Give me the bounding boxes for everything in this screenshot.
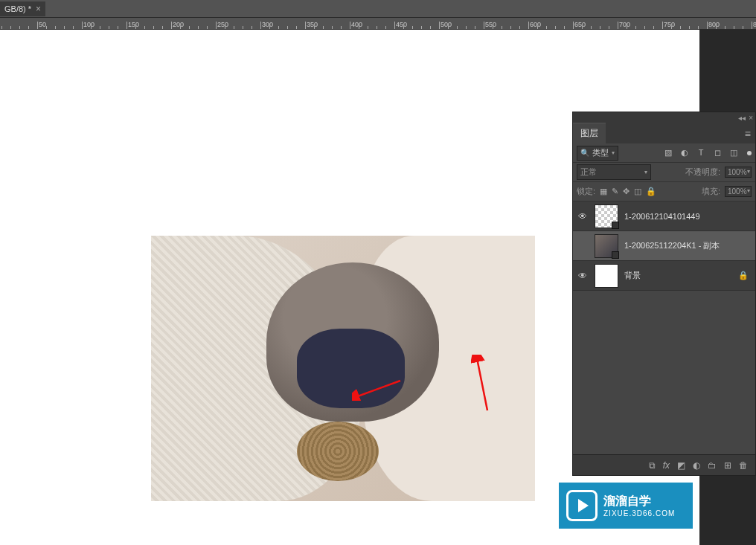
ruler-mark: 100 <box>83 21 94 28</box>
lock-transparent-icon[interactable]: ▦ <box>600 187 607 196</box>
chevron-down-icon: ▾ <box>747 168 750 176</box>
blend-row: 正常 ▾ 不透明度: 100%▾ <box>573 163 755 182</box>
ruler-mark: 750 <box>664 21 675 28</box>
lock-pixels-icon[interactable]: ✎ <box>612 187 618 196</box>
filter-icons: ▧ ◐ T ◻ ◫ <box>663 148 739 158</box>
layer-thumbnail <box>595 234 618 258</box>
layers-panel: ◂◂ × 图层 ≡ 🔍 类型 ▾ ▧ ◐ T ◻ ◫ 正常 ▾ 不透明度: 10… <box>572 112 756 476</box>
lock-row: 锁定: ▦ ✎ ✥ ◫ 🔒 填充: 100%▾ <box>573 182 755 201</box>
ruler-mark: 600 <box>530 21 541 28</box>
document-tab[interactable]: GB/8) * × <box>0 1 45 16</box>
image-layer <box>151 236 535 501</box>
opacity-label: 不透明度: <box>685 167 720 178</box>
panel-bottom-bar: ⧉ fx ◩ ◐ 🗀 ⊞ 🗑 <box>573 454 755 475</box>
ruler-mark: 150 <box>128 21 139 28</box>
filter-type-select[interactable]: 🔍 类型 ▾ <box>577 146 618 161</box>
lock-icons: ▦ ✎ ✥ ◫ 🔒 <box>600 187 656 196</box>
ruler-mark: 350 <box>307 21 318 28</box>
tab-layers[interactable]: 图层 <box>573 123 606 143</box>
tab-title: GB/8) * <box>4 4 31 13</box>
layer-name: 1-200612104101449 <box>624 212 752 221</box>
filter-toggle[interactable] <box>747 151 752 155</box>
layer-filter-row: 🔍 类型 ▾ ▧ ◐ T ◻ ◫ <box>573 143 755 163</box>
ruler-mark: 500 <box>441 21 452 28</box>
collapse-icon[interactable]: ◂◂ <box>738 114 746 122</box>
layer-row[interactable]: 👁1-200612104101449 <box>573 201 755 231</box>
fill-input[interactable]: 100%▾ <box>725 186 752 197</box>
chevron-down-icon: ▾ <box>747 187 750 196</box>
panel-tabs: 图层 ≡ <box>573 123 755 143</box>
fill-label: 填充: <box>702 186 720 197</box>
watermark: 溜溜自学 ZIXUE.3D66.COM <box>559 483 693 529</box>
close-icon[interactable]: × <box>749 114 753 122</box>
opacity-input[interactable]: 100%▾ <box>725 167 752 178</box>
ruler-mark: 250 <box>217 21 228 28</box>
layer-thumbnail <box>595 264 618 288</box>
layer-row[interactable]: 1-200625112204K1 - 副本 <box>573 231 755 261</box>
filter-adjust-icon[interactable]: ◐ <box>679 148 690 158</box>
visibility-toggle[interactable]: 👁 <box>577 271 589 281</box>
visibility-toggle[interactable]: 👁 <box>577 211 589 222</box>
ruler-mark: 300 <box>262 21 273 28</box>
document-tab-bar: GB/8) * × <box>0 0 756 18</box>
layer-list-empty <box>573 291 755 454</box>
ruler-mark: 200 <box>173 21 184 28</box>
filter-smart-icon[interactable]: ◫ <box>728 148 739 158</box>
lock-icon: 🔒 <box>738 271 749 280</box>
layer-row[interactable]: 👁背景🔒 <box>573 261 755 291</box>
layer-thumbnail <box>595 204 618 228</box>
ruler-mark: 50 <box>39 21 46 28</box>
lock-all-icon[interactable]: 🔒 <box>646 187 656 196</box>
lock-label: 锁定: <box>577 186 595 197</box>
chevron-down-icon: ▾ <box>612 149 615 156</box>
basket-shape <box>297 422 379 481</box>
layer-mask-icon[interactable]: ◩ <box>677 460 685 471</box>
lock-position-icon[interactable]: ✥ <box>623 187 630 196</box>
delete-layer-icon[interactable]: 🗑 <box>739 460 748 471</box>
chevron-down-icon: ▾ <box>644 169 647 175</box>
layer-list: 👁1-2006121041014491-200625112204K1 - 副本👁… <box>573 201 755 291</box>
group-icon[interactable]: 🗀 <box>708 460 717 471</box>
layer-style-icon[interactable]: fx <box>663 460 670 471</box>
filter-type-label: 类型 <box>592 147 609 158</box>
filter-type-icon[interactable]: T <box>696 148 706 158</box>
arrow-annotation <box>352 378 404 401</box>
blend-mode-label: 正常 <box>580 167 597 178</box>
adjustment-layer-icon[interactable]: ◐ <box>693 460 700 471</box>
svg-line-3 <box>477 358 487 410</box>
ruler-mark: 400 <box>351 21 362 28</box>
ruler-mark: 700 <box>619 21 630 28</box>
link-layers-icon[interactable]: ⧉ <box>649 460 656 471</box>
ruler-mark: 450 <box>396 21 407 28</box>
ruler-mark: 550 <box>485 21 496 28</box>
search-icon: 🔍 <box>580 149 589 157</box>
layer-name: 1-200625112204K1 - 副本 <box>624 240 752 251</box>
panel-menu-icon[interactable]: ≡ <box>745 128 751 143</box>
play-icon <box>566 490 598 521</box>
close-icon[interactable]: × <box>36 4 41 14</box>
filter-shape-icon[interactable]: ◻ <box>712 148 723 158</box>
ruler-mark: 800 <box>708 21 720 28</box>
new-layer-icon[interactable]: ⊞ <box>724 460 731 471</box>
panel-header: ◂◂ × <box>573 112 755 123</box>
layer-name: 背景 <box>624 270 732 281</box>
svg-line-1 <box>356 381 400 397</box>
blend-mode-select[interactable]: 正常 ▾ <box>577 164 651 180</box>
ruler-horizontal: 0501001502002503003504004505005506006507… <box>0 18 756 30</box>
ruler-mark: 850 <box>753 21 756 28</box>
watermark-text: 溜溜自学 ZIXUE.3D66.COM <box>603 494 675 517</box>
filter-pixel-icon[interactable]: ▧ <box>663 148 673 158</box>
arrow-annotation <box>471 355 493 414</box>
ruler-mark: 650 <box>574 21 586 28</box>
lock-artboard-icon[interactable]: ◫ <box>634 187 641 196</box>
